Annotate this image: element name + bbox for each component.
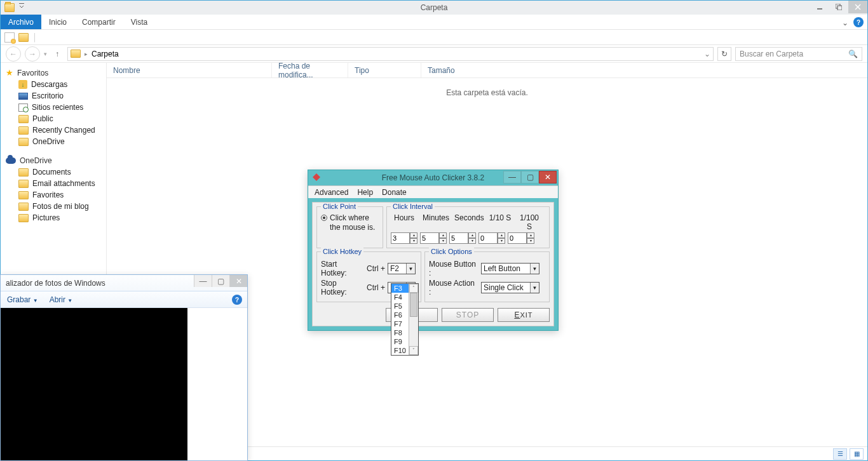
clicker-titlebar[interactable]: Free Mouse Auto Clicker 3.8.2 — ▢ ✕	[308, 170, 558, 185]
sidebar-item[interactable]: Recently Changed	[1, 124, 106, 136]
help-icon[interactable]: ?	[853, 17, 864, 27]
exit-button[interactable]: EEXITXIT	[498, 308, 550, 322]
close-button[interactable]: ✕	[539, 171, 557, 184]
scroll-thumb[interactable]	[410, 293, 417, 317]
dropdown-option[interactable]: F4	[391, 293, 409, 302]
window-title: Carpeta	[421, 3, 448, 12]
scroll-up-icon[interactable]: ˄	[409, 284, 418, 293]
spin-up[interactable]: ▴	[410, 232, 417, 238]
dropdown-option[interactable]: F8	[391, 328, 409, 337]
spin-down[interactable]: ▾	[439, 238, 447, 244]
help-icon[interactable]: ?	[232, 295, 242, 305]
nav-up-button[interactable]: ↑	[51, 48, 64, 60]
menu-grabar[interactable]: Grabar ▼	[7, 295, 38, 304]
spin-up[interactable]: ▴	[468, 232, 476, 238]
spin-down[interactable]: ▾	[410, 238, 417, 244]
dropdown-option[interactable]: F5	[391, 302, 409, 311]
breadcrumb-sep-icon[interactable]: ▸	[85, 51, 88, 57]
dropdown-option[interactable]: F7	[391, 319, 409, 328]
hundredth-input[interactable]	[508, 232, 527, 244]
spin-down[interactable]: ▾	[468, 238, 476, 244]
minimize-button[interactable]: —	[194, 275, 212, 287]
nav-back-button[interactable]: ←	[6, 46, 21, 62]
sidebar-item[interactable]: Sitios recientes	[1, 102, 106, 113]
dropdown-option[interactable]: F3	[391, 284, 409, 293]
explorer-titlebar[interactable]: Carpeta	[1, 1, 867, 15]
sidebar-group-onedrive[interactable]: OneDrive	[1, 155, 106, 166]
sidebar-item[interactable]: Fotos de mi blog	[1, 201, 106, 212]
tab-share[interactable]: Compartir	[74, 15, 123, 29]
column-type[interactable]: Tipo	[348, 63, 421, 77]
address-dropdown-icon[interactable]: ⌄	[704, 50, 710, 58]
maximize-button[interactable]	[829, 1, 848, 13]
search-input[interactable]: Buscar en Carpeta 🔍	[735, 47, 862, 61]
column-name[interactable]: Nombre	[107, 63, 272, 77]
start-hotkey-combo[interactable]: F2▼	[388, 263, 416, 274]
menu-donate[interactable]: Donate	[382, 188, 407, 197]
column-size[interactable]: Tamaño	[421, 63, 478, 77]
refresh-button[interactable]: ↻	[717, 47, 731, 61]
tab-home[interactable]: Inicio	[41, 15, 74, 29]
maximize-button[interactable]: ▢	[212, 275, 229, 287]
tenth-input[interactable]	[478, 232, 498, 244]
nav-forward-button[interactable]: →	[25, 46, 40, 62]
new-folder-icon[interactable]	[18, 33, 29, 42]
menu-help[interactable]: Help	[357, 188, 373, 197]
sidebar-item[interactable]: Public	[1, 113, 106, 124]
sidebar-item[interactable]: Documents	[1, 166, 106, 178]
scroll-down-icon[interactable]: ˅	[409, 346, 418, 355]
qat-dropdown-icon[interactable]	[18, 3, 25, 9]
dropdown-icon: ▼	[33, 298, 38, 304]
minimize-button[interactable]: —	[503, 171, 521, 184]
column-date[interactable]: Fecha de modifica...	[272, 63, 348, 77]
sidebar-group-favorites[interactable]: ★Favoritos	[1, 67, 106, 79]
dropdown-option[interactable]: F6	[391, 311, 409, 319]
dropdown-option[interactable]: F10	[391, 346, 409, 355]
seconds-input[interactable]	[449, 232, 468, 244]
breadcrumb-location[interactable]: Carpeta	[92, 50, 119, 58]
hours-input[interactable]	[391, 232, 410, 244]
group-click-options: Click Options Mouse Button : Left Button…	[424, 251, 550, 302]
photo-canvas	[1, 308, 187, 460]
spin-down[interactable]: ▾	[527, 238, 534, 244]
sidebar-item[interactable]: OneDrive	[1, 136, 106, 147]
mouse-action-combo[interactable]: Single Click▼	[481, 282, 539, 293]
minimize-button[interactable]	[810, 1, 829, 13]
dropdown-scrollbar[interactable]: ˄ ˅	[409, 284, 418, 355]
radio-click-where-mouse[interactable]	[321, 215, 327, 221]
sidebar-item[interactable]: Pictures	[1, 212, 106, 224]
nav-history-dropdown[interactable]: ▾	[44, 51, 47, 57]
sidebar-item[interactable]: Favorites	[1, 189, 106, 201]
new-document-icon[interactable]	[4, 32, 15, 43]
ctrl-label: Ctrl +	[367, 264, 385, 273]
sidebar-item[interactable]: Descargas	[1, 79, 106, 90]
photo-titlebar[interactable]: alizador de fotos de Windows — ▢ ✕	[1, 275, 247, 291]
interval-minutes-label: Minutes	[421, 213, 451, 231]
close-button[interactable]: ✕	[229, 275, 247, 287]
ribbon-expand-icon[interactable]: ⌄	[842, 18, 848, 27]
spin-up[interactable]: ▴	[439, 232, 447, 238]
star-icon: ★	[6, 68, 13, 77]
minutes-input[interactable]	[420, 232, 439, 244]
maximize-button[interactable]: ▢	[521, 171, 539, 184]
spin-up[interactable]: ▴	[498, 232, 505, 238]
empty-folder-message: Esta carpeta está vacía.	[107, 88, 867, 97]
dropdown-option[interactable]: F9	[391, 337, 409, 346]
tab-view[interactable]: Vista	[123, 15, 155, 29]
mouse-button-combo[interactable]: Left Button▼	[481, 263, 539, 274]
close-button[interactable]	[848, 1, 867, 13]
menu-abrir[interactable]: Abrir ▼	[50, 295, 73, 304]
start-hotkey-label: Start Hotkey:	[321, 260, 364, 277]
spin-down[interactable]: ▾	[498, 238, 505, 244]
sidebar-item[interactable]: Email attachments	[1, 178, 106, 189]
view-details-button[interactable]: ☰	[833, 448, 847, 460]
address-bar[interactable]: ▸ Carpeta ⌄	[67, 47, 714, 61]
tab-file[interactable]: Archivo	[1, 15, 41, 29]
sidebar-item[interactable]: Escritorio	[1, 90, 106, 102]
folder-icon	[18, 126, 29, 135]
spin-up[interactable]: ▴	[527, 232, 534, 238]
view-icons-button[interactable]: ▦	[850, 448, 864, 460]
search-placeholder: Buscar en Carpeta	[740, 50, 803, 58]
stop-button[interactable]: STOP	[442, 308, 494, 322]
menu-advanced[interactable]: Advanced	[315, 188, 348, 197]
